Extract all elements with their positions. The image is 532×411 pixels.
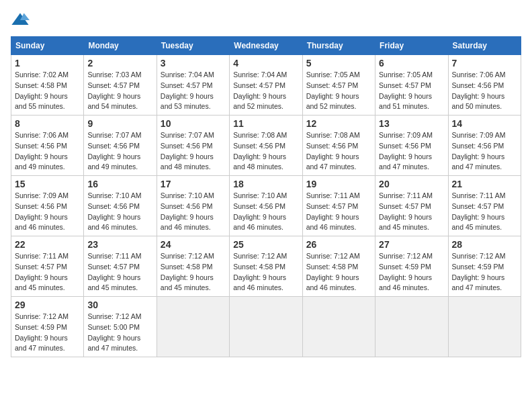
column-header-friday: Friday — [375, 37, 448, 55]
day-info: Sunrise: 7:07 AMSunset: 4:56 PMDaylight:… — [87, 131, 141, 171]
day-cell-29: 29 Sunrise: 7:12 AMSunset: 4:59 PMDaylig… — [11, 297, 84, 357]
day-number: 19 — [306, 179, 371, 189]
day-cell-2: 2 Sunrise: 7:03 AMSunset: 4:57 PMDayligh… — [84, 55, 157, 116]
day-cell-16: 16 Sunrise: 7:10 AMSunset: 4:56 PMDaylig… — [84, 176, 157, 236]
day-info: Sunrise: 7:12 AMSunset: 4:58 PMDaylight:… — [161, 252, 214, 291]
day-cell-27: 27 Sunrise: 7:12 AMSunset: 4:59 PMDaylig… — [375, 236, 448, 297]
day-number: 13 — [379, 118, 444, 129]
day-number: 22 — [15, 239, 80, 250]
day-info: Sunrise: 7:02 AMSunset: 4:58 PMDaylight:… — [15, 71, 69, 110]
day-number: 24 — [161, 239, 226, 250]
day-cell-28: 28 Sunrise: 7:12 AMSunset: 4:59 PMDaylig… — [448, 236, 521, 297]
day-info: Sunrise: 7:08 AMSunset: 4:56 PMDaylight:… — [306, 131, 360, 171]
calendar-table: SundayMondayTuesdayWednesdayThursdayFrid… — [11, 36, 521, 357]
day-number: 8 — [15, 118, 80, 129]
day-info: Sunrise: 7:11 AMSunset: 4:57 PMDaylight:… — [452, 191, 506, 231]
calendar-body: 1 Sunrise: 7:02 AMSunset: 4:58 PMDayligh… — [11, 55, 521, 357]
day-info: Sunrise: 7:11 AMSunset: 4:57 PMDaylight:… — [15, 252, 69, 291]
day-info: Sunrise: 7:05 AMSunset: 4:57 PMDaylight:… — [379, 71, 433, 110]
day-cell-14: 14 Sunrise: 7:09 AMSunset: 4:56 PMDaylig… — [448, 116, 521, 176]
day-cell-1: 1 Sunrise: 7:02 AMSunset: 4:58 PMDayligh… — [11, 55, 84, 116]
day-number: 25 — [233, 239, 298, 250]
day-number: 26 — [306, 239, 371, 250]
day-info: Sunrise: 7:12 AMSunset: 4:59 PMDaylight:… — [452, 252, 506, 291]
day-info: Sunrise: 7:09 AMSunset: 4:56 PMDaylight:… — [452, 131, 506, 171]
day-info: Sunrise: 7:08 AMSunset: 4:56 PMDaylight:… — [233, 131, 287, 171]
day-info: Sunrise: 7:10 AMSunset: 4:56 PMDaylight:… — [87, 191, 141, 231]
day-cell-11: 11 Sunrise: 7:08 AMSunset: 4:56 PMDaylig… — [230, 116, 302, 176]
day-info: Sunrise: 7:11 AMSunset: 4:57 PMDaylight:… — [87, 252, 141, 291]
day-number: 17 — [161, 179, 226, 189]
empty-cell — [230, 297, 302, 357]
day-number: 9 — [87, 118, 152, 129]
day-info: Sunrise: 7:04 AMSunset: 4:57 PMDaylight:… — [233, 71, 287, 110]
day-cell-6: 6 Sunrise: 7:05 AMSunset: 4:57 PMDayligh… — [375, 55, 448, 116]
day-number: 30 — [87, 300, 152, 310]
column-header-sunday: Sunday — [11, 37, 84, 55]
day-number: 4 — [233, 58, 298, 68]
day-number: 23 — [87, 239, 152, 250]
day-cell-10: 10 Sunrise: 7:07 AMSunset: 4:56 PMDaylig… — [157, 116, 229, 176]
day-info: Sunrise: 7:09 AMSunset: 4:56 PMDaylight:… — [379, 131, 433, 171]
day-number: 1 — [15, 58, 80, 68]
day-info: Sunrise: 7:12 AMSunset: 4:58 PMDaylight:… — [233, 252, 287, 291]
day-number: 11 — [233, 118, 298, 129]
day-cell-30: 30 Sunrise: 7:12 AMSunset: 5:00 PMDaylig… — [84, 297, 157, 357]
day-number: 6 — [379, 58, 444, 68]
calendar-week-2: 8 Sunrise: 7:06 AMSunset: 4:56 PMDayligh… — [11, 116, 521, 176]
day-info: Sunrise: 7:11 AMSunset: 4:57 PMDaylight:… — [379, 191, 433, 231]
day-number: 5 — [306, 58, 371, 68]
day-info: Sunrise: 7:12 AMSunset: 4:59 PMDaylight:… — [15, 312, 69, 352]
day-cell-21: 21 Sunrise: 7:11 AMSunset: 4:57 PMDaylig… — [448, 176, 521, 236]
day-cell-25: 25 Sunrise: 7:12 AMSunset: 4:58 PMDaylig… — [230, 236, 302, 297]
day-number: 29 — [15, 300, 80, 310]
calendar-header-row: SundayMondayTuesdayWednesdayThursdayFrid… — [11, 37, 521, 55]
day-info: Sunrise: 7:05 AMSunset: 4:57 PMDaylight:… — [306, 71, 360, 110]
day-number: 3 — [161, 58, 226, 68]
column-header-tuesday: Tuesday — [157, 37, 229, 55]
day-cell-18: 18 Sunrise: 7:10 AMSunset: 4:56 PMDaylig… — [230, 176, 302, 236]
day-cell-9: 9 Sunrise: 7:07 AMSunset: 4:56 PMDayligh… — [84, 116, 157, 176]
day-info: Sunrise: 7:10 AMSunset: 4:56 PMDaylight:… — [233, 191, 287, 231]
day-info: Sunrise: 7:12 AMSunset: 4:58 PMDaylight:… — [306, 252, 360, 291]
day-info: Sunrise: 7:12 AMSunset: 5:00 PMDaylight:… — [87, 312, 141, 352]
day-cell-22: 22 Sunrise: 7:11 AMSunset: 4:57 PMDaylig… — [11, 236, 84, 297]
day-number: 16 — [87, 179, 152, 189]
day-number: 12 — [306, 118, 371, 129]
day-cell-5: 5 Sunrise: 7:05 AMSunset: 4:57 PMDayligh… — [302, 55, 375, 116]
empty-cell — [448, 297, 521, 357]
day-number: 28 — [452, 239, 517, 250]
day-cell-20: 20 Sunrise: 7:11 AMSunset: 4:57 PMDaylig… — [375, 176, 448, 236]
day-cell-13: 13 Sunrise: 7:09 AMSunset: 4:56 PMDaylig… — [375, 116, 448, 176]
day-info: Sunrise: 7:04 AMSunset: 4:57 PMDaylight:… — [161, 71, 214, 110]
day-cell-19: 19 Sunrise: 7:11 AMSunset: 4:57 PMDaylig… — [302, 176, 375, 236]
day-info: Sunrise: 7:11 AMSunset: 4:57 PMDaylight:… — [306, 191, 360, 231]
column-header-saturday: Saturday — [448, 37, 521, 55]
day-number: 14 — [452, 118, 517, 129]
column-header-monday: Monday — [84, 37, 157, 55]
day-cell-7: 7 Sunrise: 7:06 AMSunset: 4:56 PMDayligh… — [448, 55, 521, 116]
day-cell-17: 17 Sunrise: 7:10 AMSunset: 4:56 PMDaylig… — [157, 176, 229, 236]
column-header-wednesday: Wednesday — [230, 37, 302, 55]
day-number: 27 — [379, 239, 444, 250]
day-cell-3: 3 Sunrise: 7:04 AMSunset: 4:57 PMDayligh… — [157, 55, 229, 116]
day-cell-12: 12 Sunrise: 7:08 AMSunset: 4:56 PMDaylig… — [302, 116, 375, 176]
day-cell-15: 15 Sunrise: 7:09 AMSunset: 4:56 PMDaylig… — [11, 176, 84, 236]
day-cell-8: 8 Sunrise: 7:06 AMSunset: 4:56 PMDayligh… — [11, 116, 84, 176]
day-info: Sunrise: 7:09 AMSunset: 4:56 PMDaylight:… — [15, 191, 69, 231]
empty-cell — [302, 297, 375, 357]
empty-cell — [157, 297, 229, 357]
day-number: 2 — [87, 58, 152, 68]
day-number: 7 — [452, 58, 517, 68]
logo-icon — [11, 11, 30, 30]
logo — [11, 11, 32, 30]
calendar-week-5: 29 Sunrise: 7:12 AMSunset: 4:59 PMDaylig… — [11, 297, 521, 357]
day-info: Sunrise: 7:06 AMSunset: 4:56 PMDaylight:… — [452, 71, 506, 110]
column-header-thursday: Thursday — [302, 37, 375, 55]
day-number: 20 — [379, 179, 444, 189]
day-cell-24: 24 Sunrise: 7:12 AMSunset: 4:58 PMDaylig… — [157, 236, 229, 297]
calendar-week-4: 22 Sunrise: 7:11 AMSunset: 4:57 PMDaylig… — [11, 236, 521, 297]
day-info: Sunrise: 7:10 AMSunset: 4:56 PMDaylight:… — [161, 191, 214, 231]
calendar-week-3: 15 Sunrise: 7:09 AMSunset: 4:56 PMDaylig… — [11, 176, 521, 236]
day-number: 18 — [233, 179, 298, 189]
